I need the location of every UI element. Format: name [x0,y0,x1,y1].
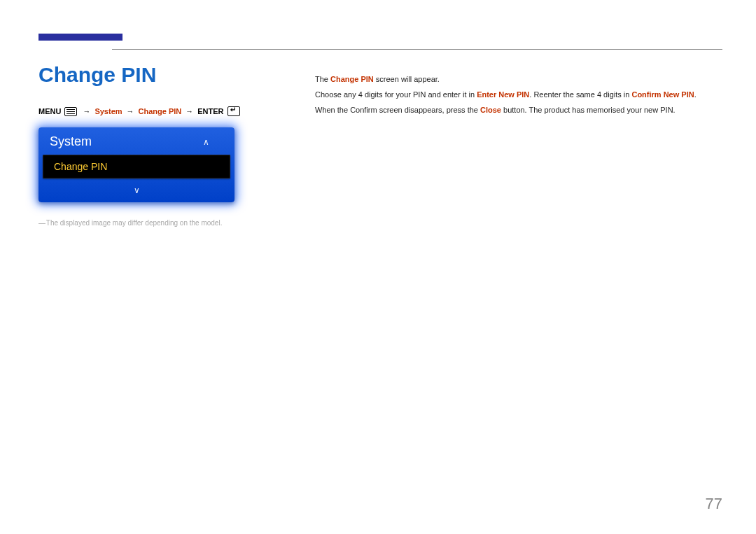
body-line-2: Choose any 4 digits for your PIN and ent… [315,87,721,102]
text: The [315,75,330,83]
breadcrumb-menu: MENU [38,107,61,115]
body-line-1: The Change PIN screen will appear. [315,71,721,87]
breadcrumb-change-pin: Change PIN [139,107,182,115]
osd-panel: System ∧ Change PIN ∨ [38,127,234,202]
highlight-text: Enter New PIN [477,90,529,99]
text: button. The product has memorised your n… [501,106,676,114]
header-rule [112,49,722,50]
osd-selected-item[interactable]: Change PIN [43,155,230,178]
highlight-text: Close [480,106,501,114]
breadcrumb-enter: ENTER [197,107,223,115]
right-column: The Change PIN screen will appear. Choos… [315,71,721,118]
arrow-icon: → [186,107,193,115]
text: When the Confirm screen disappears, pres… [315,106,480,114]
text: screen will appear. [374,75,440,83]
arrow-icon: → [83,107,90,115]
page-title: Change PIN [38,63,284,87]
menu-icon [64,107,77,116]
chapter-bar [38,34,122,41]
left-column: Change PIN MENU → System → Change PIN → … [38,63,284,227]
osd-panel-title: System [50,134,92,149]
osd-panel-footer: ∨ [38,181,234,202]
page-number: 77 [706,495,722,513]
breadcrumb: MENU → System → Change PIN → ENTER [38,106,284,116]
text: . Reenter the same 4 digits in [529,90,631,99]
disclaimer-text: The displayed image may differ depending… [38,219,284,227]
breadcrumb-system: System [94,107,122,115]
chevron-up-icon[interactable]: ∧ [203,137,209,147]
text: Choose any 4 digits for your PIN and ent… [315,90,477,99]
highlight-text: Confirm New PIN [631,90,694,99]
chevron-down-icon[interactable]: ∨ [134,185,140,195]
arrow-icon: → [127,107,134,115]
body-line-3: When the Confirm screen disappears, pres… [315,102,721,118]
highlight-text: Change PIN [330,75,374,83]
osd-panel-header: System ∧ [38,127,234,152]
text: . [694,90,696,99]
enter-icon [227,106,240,116]
